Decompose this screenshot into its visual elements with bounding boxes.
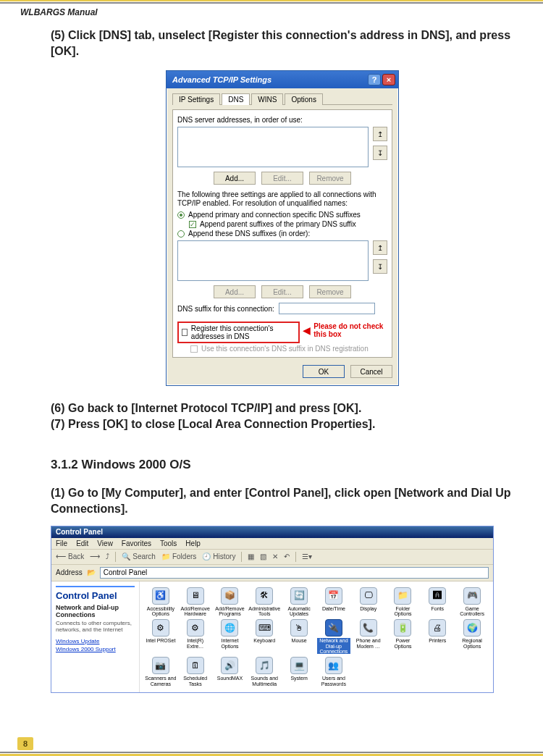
cp-address-bar: Address 📂 <box>51 565 493 581</box>
tab-ip-settings[interactable]: IP Settings <box>172 93 220 105</box>
cp-toolbar: ⟵ Back ⟶ ⤴ 🔍 Search 📁 Folders 🕘 History … <box>51 550 493 565</box>
dns-suffix-input[interactable] <box>279 303 375 314</box>
search-button[interactable]: 🔍 Search <box>122 553 156 560</box>
cp-item-label: Regional Options <box>455 638 489 649</box>
tab-wins[interactable]: WINS <box>251 93 283 105</box>
cp-icon-item[interactable]: 📷Scanners and Cameras <box>144 657 177 686</box>
cp-item-label: Automatic Updates <box>282 606 316 617</box>
menu-favorites[interactable]: Favorites <box>122 539 151 547</box>
close-icon[interactable]: × <box>382 74 395 85</box>
tb-copy-icon[interactable]: ▧ <box>260 553 266 560</box>
tb-undo-icon[interactable]: ↶ <box>284 553 290 560</box>
cp-icon-item[interactable]: 🗓Scheduled Tasks <box>179 657 212 686</box>
cp-item-label: Users and Passwords <box>317 676 350 686</box>
cp-item-label: Intel PROSet <box>146 638 175 643</box>
cp-icon-item[interactable]: 🛠Administrative Tools <box>248 587 281 617</box>
move-down-icon[interactable]: ↧ <box>373 146 387 160</box>
cp-icon-item[interactable]: 📅Date/Time <box>317 587 350 617</box>
suffix-edit-button[interactable]: Edit... <box>261 285 303 298</box>
cp-icon-item[interactable]: 🖥Add/Remove Hardware <box>179 587 212 617</box>
dns-suffixes-listbox[interactable] <box>177 240 369 281</box>
move-up-icon[interactable]: ↥ <box>373 127 387 141</box>
remove-button[interactable]: Remove <box>309 172 351 185</box>
tb-move-icon[interactable]: ▦ <box>248 553 254 560</box>
folder-icon: 📂 <box>87 568 96 576</box>
cp-icon-item[interactable]: 🔄Automatic Updates <box>282 587 316 617</box>
cp-item-label: Add/Remove Hardware <box>179 606 212 617</box>
cp-icon-item[interactable]: 👥Users and Passwords <box>317 657 350 686</box>
cp-icon-item[interactable]: ⚙Intel(R) Extre… <box>179 619 212 654</box>
help-icon[interactable]: ? <box>368 74 381 85</box>
folders-button[interactable]: 📁 Folders <box>161 553 196 560</box>
history-button[interactable]: 🕘 History <box>202 553 235 560</box>
dialog-titlebar[interactable]: Advanced TCP/IP Settings ? × <box>167 71 398 88</box>
cp-side-desc: Connects to other computers, networks, a… <box>56 620 135 634</box>
cp-item-label: Scanners and Cameras <box>144 676 177 686</box>
tab-options[interactable]: Options <box>285 93 322 105</box>
tcpip-dialog: Advanced TCP/IP Settings ? × IP Settings… <box>166 70 399 386</box>
menu-help[interactable]: Help <box>185 539 201 547</box>
cp-icon-item[interactable]: 🅰Fonts <box>421 587 454 617</box>
cp-title: Control Panel <box>56 528 103 536</box>
cp-side-subtitle: Network and Dial-up Connections <box>56 604 135 618</box>
cp-icon-item[interactable]: 🖨Printers <box>421 619 454 654</box>
tb-views-icon[interactable]: ☰▾ <box>302 553 312 560</box>
cp-item-icon: 🌍 <box>463 619 481 637</box>
address-input[interactable] <box>100 567 489 579</box>
cp-icon-item[interactable]: 📞Phone and Modem … <box>352 619 385 654</box>
tab-dns[interactable]: DNS <box>222 93 250 105</box>
cp-item-icon: 🎮 <box>463 587 481 605</box>
cp-icon-item[interactable]: 🖱Mouse <box>282 619 316 654</box>
edit-button[interactable]: Edit... <box>261 172 303 185</box>
cp-icon-item[interactable]: 🔌Network and Dial-up Connections <box>317 619 350 654</box>
cp-item-label: Scheduled Tasks <box>179 676 212 686</box>
control-panel-window: Control Panel File Edit View Favorites T… <box>51 526 494 693</box>
check-append-parent[interactable]: ✓Append parent suffixes of the primary D… <box>189 220 387 228</box>
dns-servers-listbox[interactable] <box>177 127 369 167</box>
page-number: 8 <box>17 737 33 750</box>
radio-append-these[interactable]: Append these DNS suffixes (in order): <box>177 230 387 238</box>
cp-icon-item[interactable]: 🌍Regional Options <box>455 619 489 654</box>
cp-item-label: Accessibility Options <box>144 606 177 617</box>
tb-delete-icon[interactable]: ✕ <box>272 553 278 560</box>
cp-icon-item[interactable]: 🌐Internet Options <box>214 619 247 654</box>
cp-icon-item[interactable]: 🖵Display <box>352 587 385 617</box>
cp-titlebar[interactable]: Control Panel <box>51 526 493 538</box>
radio-append-primary[interactable]: Append primary and connection specific D… <box>177 211 387 219</box>
callout-arrow-icon: ◀ <box>303 324 311 336</box>
step-5-text: (5) Click [DNS] tab, unselect [Register … <box>51 28 514 59</box>
cp-icon-item[interactable]: 📦Add/Remove Programs <box>214 587 247 617</box>
cp-icon-item[interactable]: 🎵Sounds and Multimedia <box>248 657 281 686</box>
menu-edit[interactable]: Edit <box>76 539 88 547</box>
cp-icon-item[interactable]: 📁Folder Options <box>387 587 420 617</box>
back-button[interactable]: ⟵ Back <box>56 553 84 560</box>
search-label: Search <box>132 553 156 560</box>
cp-item-label: Date/Time <box>322 606 345 611</box>
cp-icon-item[interactable]: 🎮Game Controllers <box>455 587 489 617</box>
cp-icon-item[interactable]: 💻System <box>282 657 316 686</box>
cancel-button[interactable]: Cancel <box>350 365 392 378</box>
dns-suffix-row: DNS suffix for this connection: <box>177 303 387 314</box>
menu-tools[interactable]: Tools <box>160 539 177 547</box>
forward-button[interactable]: ⟶ <box>90 553 100 560</box>
cp-icon-item[interactable]: ♿Accessibility Options <box>144 587 177 617</box>
ok-button[interactable]: OK <box>303 365 345 378</box>
cp-icon-item[interactable]: ⚙Intel PROSet <box>144 619 177 654</box>
cp-item-icon: 👥 <box>325 657 342 674</box>
link-windows-2000-support[interactable]: Windows 2000 Support <box>56 646 135 652</box>
cp-icon-item[interactable]: 🔋Power Options <box>387 619 420 654</box>
menu-view[interactable]: View <box>97 539 113 547</box>
suffix-add-button[interactable]: Add... <box>214 285 256 298</box>
suffix-move-up-icon[interactable]: ↥ <box>373 240 387 255</box>
link-windows-update[interactable]: Windows Update <box>56 638 135 644</box>
suffix-move-down-icon[interactable]: ↧ <box>373 259 387 274</box>
cp-icon-item[interactable]: 🔊SoundMAX <box>214 657 247 686</box>
suffix-remove-button[interactable]: Remove <box>309 285 351 298</box>
up-button[interactable]: ⤴ <box>106 553 109 560</box>
cp-icon-item[interactable]: ⌨Keyboard <box>248 619 281 654</box>
add-button[interactable]: Add... <box>214 172 256 185</box>
register-dns-checkbox-row[interactable]: Register this connection's addresses in … <box>177 322 300 343</box>
dns-panel: DNS server addresses, in order of use: ↥… <box>172 109 392 358</box>
cp-item-icon: 📁 <box>394 587 411 605</box>
menu-file[interactable]: File <box>56 539 67 547</box>
